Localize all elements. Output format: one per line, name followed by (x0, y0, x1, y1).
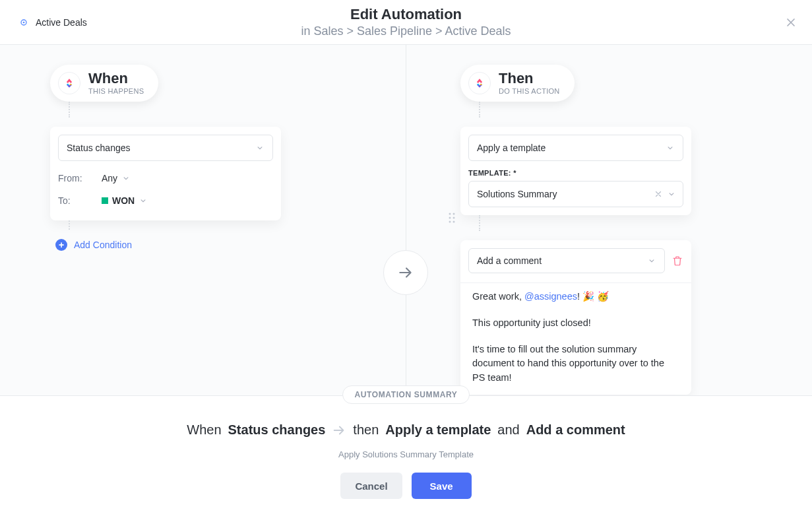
from-value-picker[interactable]: Any (102, 173, 131, 183)
template-field-label: TEMPLATE: * (468, 169, 683, 177)
breadcrumb: in Sales > Sales Pipeline > Active Deals (0, 24, 812, 38)
action-select[interactable]: Apply a template (468, 135, 683, 161)
from-label: From: (58, 173, 102, 183)
summary-label-pill: AUTOMATION SUMMARY (342, 385, 470, 404)
chevron-down-icon (255, 143, 265, 152)
action-value: Apply a template (477, 143, 546, 153)
comment-line: It's time to fill out the solution summa… (472, 343, 679, 385)
trigger-card: Status changes From: Any To: WON (50, 127, 281, 220)
template-select[interactable]: Solutions Summary (468, 181, 683, 207)
svg-point-1 (23, 21, 25, 23)
app-logo (468, 72, 491, 94)
connector-line (460, 102, 691, 117)
comment-line: This opportunity just closed! (472, 316, 679, 331)
svg-point-2 (449, 213, 451, 215)
summary-sentence: When Status changes then Apply a templat… (0, 422, 812, 438)
when-subtitle: THIS HAPPENS (88, 87, 144, 95)
arrow-right-icon (397, 264, 414, 281)
when-title: When (88, 71, 144, 86)
svg-point-6 (449, 221, 451, 223)
then-column: Then DO THIS ACTION Apply a template TEM… (460, 65, 691, 395)
flow-arrow-circle (383, 250, 428, 295)
app-logo (58, 72, 80, 94)
svg-point-5 (453, 217, 455, 219)
to-value-picker[interactable]: WON (102, 195, 148, 206)
action-card-template: Apply a template TEMPLATE: * Solutions S… (460, 127, 691, 215)
clear-icon[interactable] (654, 189, 663, 199)
svg-point-4 (449, 217, 451, 219)
modal-header: Active Deals Edit Automation in Sales > … (0, 0, 812, 45)
drag-handle-icon[interactable] (449, 213, 455, 223)
scope-label: Active Deals (36, 17, 87, 28)
to-label: To: (58, 195, 102, 206)
chevron-down-icon (647, 256, 656, 265)
automation-canvas: When THIS HAPPENS Status changes From: A… (0, 45, 812, 396)
connector-line (50, 220, 281, 230)
clickup-logo-icon (473, 77, 486, 90)
svg-point-7 (453, 221, 455, 223)
then-header-pill: Then DO THIS ACTION (460, 65, 575, 102)
then-subtitle: DO THIS ACTION (499, 87, 560, 95)
chevron-down-icon (121, 174, 131, 183)
when-column: When THIS HAPPENS Status changes From: A… (50, 65, 281, 251)
action-value: Add a comment (477, 255, 542, 266)
delete-action-button[interactable] (671, 255, 683, 267)
template-value: Solutions Summary (477, 189, 654, 199)
when-header-pill: When THIS HAPPENS (50, 65, 158, 102)
from-row: From: Any (58, 173, 273, 183)
connector-line (50, 102, 281, 117)
arrow-right-icon (332, 423, 346, 438)
trigger-value: Status changes (67, 143, 131, 153)
close-icon (784, 16, 797, 29)
svg-point-3 (453, 213, 455, 215)
footer-buttons: Cancel Save (0, 473, 812, 499)
connector-line (460, 215, 691, 231)
cancel-button[interactable]: Cancel (340, 473, 402, 499)
close-button[interactable] (783, 15, 799, 30)
center-divider (406, 45, 406, 395)
comment-body[interactable]: Great work, @assignees! 🎉 🥳 This opportu… (468, 283, 683, 385)
summary-subtext: Apply Solutions Summary Template (0, 449, 812, 459)
chevron-down-icon (666, 143, 675, 152)
target-icon (18, 17, 29, 28)
automation-summary: AUTOMATION SUMMARY When Status changes t… (0, 396, 812, 499)
scope-indicator: Active Deals (18, 17, 87, 28)
plus-circle-icon: + (55, 239, 67, 251)
chevron-down-icon (667, 189, 676, 199)
action-card-comment: Add a comment Great work, @assignees! 🎉 … (460, 240, 691, 395)
add-condition-button[interactable]: + Add Condition (55, 239, 281, 251)
mention: @assignees (524, 291, 577, 302)
trigger-select[interactable]: Status changes (58, 135, 273, 161)
to-row: To: WON (58, 195, 273, 206)
save-button[interactable]: Save (412, 473, 472, 499)
then-title: Then (499, 71, 560, 86)
clickup-logo-icon (63, 77, 76, 90)
status-color-swatch (102, 197, 108, 204)
modal-title: Edit Automation (0, 6, 812, 23)
chevron-down-icon (139, 196, 148, 205)
comment-line: Great work, @assignees! 🎉 🥳 (472, 290, 679, 304)
action-select[interactable]: Add a comment (468, 248, 665, 273)
